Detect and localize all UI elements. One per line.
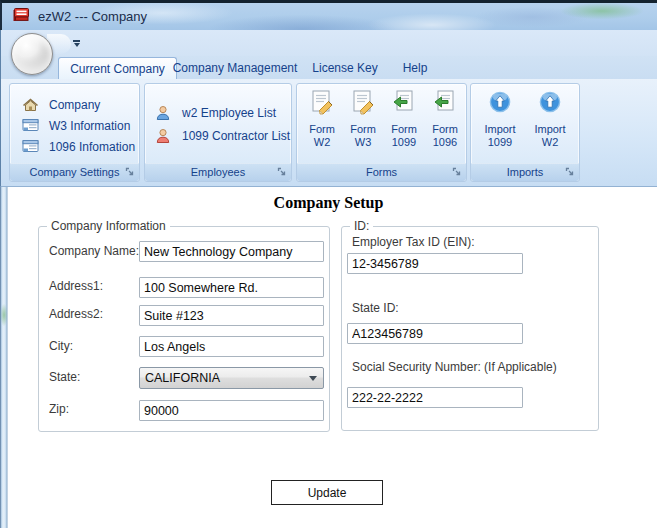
ribbon-item-form-w3[interactable]: Form W3: [343, 89, 383, 148]
group-caption-label: Company Settings: [30, 166, 120, 178]
ribbon-item-label: W3 Information: [49, 119, 130, 133]
ribbon-item-label-line1: Import: [477, 123, 523, 136]
ribbon: Company W3 Information: [0, 79, 657, 187]
import-up-icon: [527, 89, 573, 123]
ribbon-item-form-1099[interactable]: Form 1099: [384, 89, 424, 148]
window-frame-left: [0, 187, 8, 528]
ribbon-item-label-line1: Import: [527, 123, 573, 136]
ribbon-item-w2-employee-list[interactable]: w2 Employee List: [145, 101, 291, 124]
ribbon-item-label-line2: W2: [527, 136, 573, 149]
ein-input[interactable]: [347, 253, 523, 274]
app-icon[interactable]: [12, 7, 31, 24]
group-caption-label: Employees: [191, 166, 245, 178]
ribbon-item-label-line1: Form: [384, 123, 424, 136]
update-button[interactable]: Update: [271, 480, 383, 505]
ribbon-group-forms: Form W2 Form W3: [296, 83, 467, 182]
document-edit-icon: [343, 89, 383, 123]
ribbon-item-label-line2: 1096: [425, 136, 465, 149]
ribbon-item-label: 1096 Infomation: [49, 140, 135, 154]
person-red-icon: [155, 128, 172, 144]
state-select[interactable]: CALIFORNIA: [139, 367, 324, 389]
home-icon: [22, 97, 39, 113]
quick-access-toolbar: [0, 30, 657, 56]
ribbon-item-import-1099[interactable]: Import 1099: [477, 89, 523, 148]
ribbon-item-label: w2 Employee List: [182, 106, 276, 120]
tab-license-key[interactable]: License Key: [307, 57, 383, 79]
group-caption-company-settings: Company Settings: [10, 163, 139, 181]
state-id-input[interactable]: [347, 323, 523, 344]
quick-access-dropdown-icon[interactable]: [72, 40, 81, 49]
zip-label: Zip:: [49, 402, 69, 416]
dialog-launcher-icon[interactable]: [564, 166, 576, 178]
zip-input[interactable]: [139, 400, 324, 421]
ribbon-item-label: 1099 Contractor List: [182, 129, 290, 143]
ribbon-group-company-settings: Company W3 Information: [9, 83, 140, 182]
group-caption-imports: Imports: [471, 163, 579, 181]
ribbon-item-label-line1: Form: [425, 123, 465, 136]
ribbon-item-label-line1: Form: [343, 123, 383, 136]
address1-label: Address1:: [49, 279, 103, 293]
address2-input[interactable]: [139, 305, 324, 326]
application-menu-button[interactable]: [11, 33, 53, 75]
window-title: ezW2 --- Company: [38, 9, 147, 24]
group-caption-label: Imports: [507, 166, 544, 178]
group-caption-forms: Forms: [297, 163, 466, 181]
form-card-icon: [22, 118, 39, 134]
ezw2-application-window: ezW2 --- Company Current Company Company…: [0, 0, 657, 528]
dialog-launcher-icon[interactable]: [451, 166, 463, 178]
tab-current-company[interactable]: Current Company: [58, 57, 177, 79]
ribbon-item-label-line1: Form: [302, 123, 342, 136]
dialog-launcher-icon[interactable]: [276, 166, 288, 178]
address1-input[interactable]: [139, 277, 324, 298]
address2-label: Address2:: [49, 307, 103, 321]
ribbon-item-company[interactable]: Company: [10, 94, 139, 115]
tab-help[interactable]: Help: [391, 57, 439, 79]
city-label: City:: [49, 339, 73, 353]
ein-label: Employer Tax ID (EIN):: [352, 235, 474, 249]
ribbon-item-label: Company: [49, 98, 100, 112]
ribbon-item-label-line2: 1099: [477, 136, 523, 149]
ribbon-item-w3-information[interactable]: W3 Information: [10, 115, 139, 136]
company-information-groupbox: Company Information Company Name: Addres…: [38, 226, 330, 432]
ribbon-item-1099-contractor-list[interactable]: 1099 Contractor List: [145, 124, 291, 147]
ribbon-item-label-line2: W2: [302, 136, 342, 149]
id-groupbox: ID: Employer Tax ID (EIN): State ID: Soc…: [341, 226, 599, 431]
document-arrow-icon: [384, 89, 424, 123]
ribbon-item-1096-information[interactable]: 1096 Infomation: [10, 136, 139, 157]
page-title: Company Setup: [0, 194, 657, 212]
form-card-icon: [22, 139, 39, 155]
ribbon-group-employees: w2 Employee List 1099 Contractor List Em…: [144, 83, 292, 182]
ribbon-tab-strip: Current Company Company Management Licen…: [0, 56, 657, 79]
state-select-value: CALIFORNIA: [145, 371, 220, 385]
person-blue-icon: [155, 105, 172, 121]
dialog-launcher-icon[interactable]: [124, 166, 136, 178]
city-input[interactable]: [139, 336, 324, 357]
group-caption-employees: Employees: [145, 163, 291, 181]
group-caption-label: Forms: [366, 166, 397, 178]
ribbon-item-label-line2: 1099: [384, 136, 424, 149]
ribbon-item-form-w2[interactable]: Form W2: [302, 89, 342, 148]
document-edit-icon: [302, 89, 342, 123]
company-name-input[interactable]: [139, 241, 324, 262]
ssn-input[interactable]: [347, 387, 523, 408]
id-legend: ID:: [350, 219, 373, 233]
ribbon-item-label-line2: W3: [343, 136, 383, 149]
ribbon-item-form-1096[interactable]: Form 1096: [425, 89, 465, 148]
ribbon-item-import-w2[interactable]: Import W2: [527, 89, 573, 148]
company-information-legend: Company Information: [47, 219, 170, 233]
state-label: State:: [49, 370, 80, 384]
tab-company-management[interactable]: Company Management: [169, 57, 301, 79]
document-arrow-icon: [425, 89, 465, 123]
ssn-label: Social Security Number: (If Applicable): [352, 360, 557, 374]
state-id-label: State ID:: [352, 301, 399, 315]
company-name-label: Company Name:: [49, 244, 139, 258]
chevron-down-icon: [309, 376, 317, 381]
titlebar: ezW2 --- Company: [0, 0, 657, 30]
ribbon-group-imports: Import 1099 Import W2 Imports: [470, 83, 580, 182]
import-up-icon: [477, 89, 523, 123]
